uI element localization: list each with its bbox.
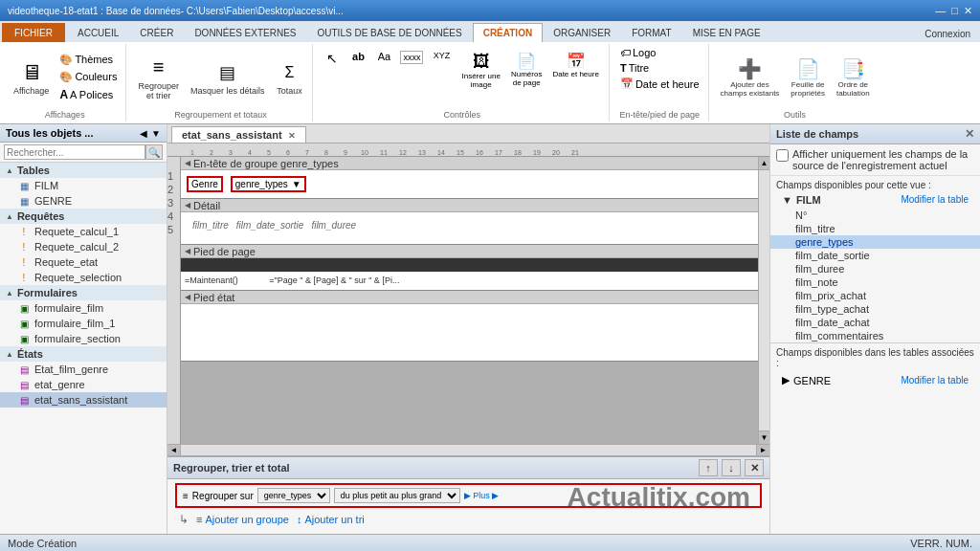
field-film-titre[interactable]: film_titre [770,222,980,235]
film-tree-parent[interactable]: ▼ FILM [776,192,827,207]
query-requete-selection[interactable]: ! Requete_selection [0,270,167,285]
report-etat-film-genre[interactable]: ▤ Etat_film_genre [0,362,167,377]
section-requetes[interactable]: ▲ Requêtes [0,209,167,224]
report-etat-sans-assistant[interactable]: ▤ etat_sans_assistant [0,392,167,408]
scroll-track-v[interactable] [759,170,769,430]
field-film-commentaires[interactable]: film_commentaires [770,329,980,342]
add-group-link[interactable]: ≡ Ajouter un groupe [196,514,289,525]
genre-combo-box[interactable]: genre_types ▼ [231,176,306,192]
tab-accueil[interactable]: ACCUEIL [67,23,129,42]
field-genre-types[interactable]: genre_types [770,235,980,249]
scroll-up-btn[interactable]: ▲ [759,157,769,170]
form-formulaire-film[interactable]: ▣ formulaire_film [0,300,167,316]
tab-organiser[interactable]: ORGANISER [543,23,621,42]
btn-datetime[interactable]: 📅 Date et heure [548,50,602,80]
genre-expand[interactable]: ▶ GENRE [776,372,836,388]
btn-ajouter[interactable]: ➕ Ajouter deschamps existants [717,55,784,99]
group-order-select[interactable]: du plus petit au plus grand [334,488,460,503]
btn-affichage[interactable]: 🖥 Affichage [10,57,53,98]
genre-label-box[interactable]: Genre [187,176,223,192]
btn-polices[interactable]: A A Polices [56,87,120,102]
filter-checkbox[interactable] [776,149,789,162]
query-requete-etat[interactable]: ! Requete_etat [0,254,167,270]
btn-themes[interactable]: 🎨 Thèmes [56,53,120,67]
group-field-select[interactable]: genre_types [257,488,330,503]
btn-regrouper[interactable]: ≡ Regrouperet trier [134,53,183,102]
tab-format[interactable]: FORMAT [621,23,681,42]
btn-aa[interactable]: Aa [372,50,395,63]
grouping-close-btn[interactable]: ✕ [745,459,764,476]
scroll-down-btn[interactable]: ▼ [759,430,769,444]
ruler-tick-3: 4 [240,149,259,156]
btn-xyz[interactable]: XYZ [428,50,455,61]
header-group-band[interactable]: Genre genre_types ▼ [181,170,758,199]
doc-tab-close[interactable]: ✕ [288,131,296,141]
table-genre[interactable]: ▦ GENRE [0,193,167,209]
btn-logo[interactable]: 🏷 Logo [617,46,658,59]
right-panel-close[interactable]: ✕ [965,127,974,141]
tab-miseenpage[interactable]: MISE EN PAGE [682,23,771,42]
field-film-type-achat[interactable]: film_type_achat [770,302,980,316]
report-etat-genre[interactable]: ▤ etat_genre [0,377,167,392]
field-film-date-achat[interactable]: film_date_achat [770,316,980,329]
section-tables[interactable]: ▲ Tables [0,163,167,178]
btn-couleurs[interactable]: 🎨 Couleurs [56,70,120,84]
tab-creer[interactable]: CRÉER [129,23,184,42]
add-sort-link[interactable]: ↕ Ajouter un tri [297,514,365,525]
modify-table-link[interactable]: Modifier la table [895,192,974,207]
btn-cursor[interactable]: ↖ [321,50,344,67]
field-film-type-achat-label: film_type_achat [795,303,869,315]
btn-numpage[interactable]: 📄 Numérosde page [507,50,546,89]
associated-modify-link[interactable]: Modifier la table [895,373,974,387]
grouping-nav-up[interactable]: ↑ [699,459,718,476]
left-panel-config[interactable]: ▼ [151,128,161,139]
tab-fichier[interactable]: FICHIER [2,23,65,42]
close-btn[interactable]: ✕ [964,5,972,17]
scroll-left-btn[interactable]: ◄ [167,445,181,455]
field-film-note[interactable]: film_note [770,276,980,289]
field-n[interactable]: N° [770,209,980,222]
section-formulaires[interactable]: ▲ Formulaires [0,285,167,300]
search-button[interactable]: 🔍 [145,144,163,160]
canvas-scrollbar-h[interactable]: ◄ ► [167,444,769,455]
btn-totaux[interactable]: Σ Totaux [272,57,306,98]
btn-masquer[interactable]: ▤ Masquer les détails [187,57,269,98]
group-more-link[interactable]: ▶ Plus ▶ [464,491,500,500]
scroll-track-h[interactable] [181,445,756,455]
btn-datetime2[interactable]: 📅 Date et heure [617,77,702,91]
btn-ab[interactable]: ab [346,50,369,63]
scroll-right-btn[interactable]: ► [756,445,769,455]
search-input[interactable] [4,144,145,160]
btn-xxxx[interactable]: xxxx [398,50,425,65]
tab-outils[interactable]: OUTILS DE BASE DE DONNÉES [307,23,473,42]
datetime-label: Date et heure [552,70,598,78]
field-film-prix-achat[interactable]: film_prix_achat [770,289,980,302]
section-etats[interactable]: ▲ États [0,346,167,362]
minimize-btn[interactable]: — [935,5,946,17]
form-formulaire-section[interactable]: ▣ formulaire_section [0,331,167,346]
form-film1-label: formulaire_film_1 [34,318,115,329]
form-formulaire-film1[interactable]: ▣ formulaire_film_1 [0,316,167,331]
btn-image[interactable]: 🖼 Insérer uneimage [457,50,503,91]
doc-tab-etat[interactable]: etat_sans_assistant ✕ [171,126,306,143]
btn-feuille[interactable]: 📄 Feuille depropriétés [787,55,829,99]
detail-band[interactable]: film_titre film_date_sortie film_duree [181,212,758,245]
grouping-nav-down[interactable]: ↓ [722,459,741,476]
maximize-btn[interactable]: □ [951,5,958,17]
field-film-duree[interactable]: film_duree [770,262,980,276]
query-requete-calcul1[interactable]: ! Requete_calcul_1 [0,224,167,239]
left-panel-expand[interactable]: ◀ [140,128,147,139]
btn-titre[interactable]: T Titre [617,61,652,75]
table-film[interactable]: ▦ FILM [0,178,167,193]
field-film-date-sortie[interactable]: film_date_sortie [770,249,980,262]
canvas-scrollbar-v[interactable]: ▲ ▼ [758,157,769,444]
btn-ordre[interactable]: 📑 Ordre detabulation [833,55,874,99]
combo-arrow-icon[interactable]: ▼ [292,179,301,189]
design-canvas[interactable]: 1 2 3 4 5 6 7 8 9 10 11 12 13 14 15 16 1… [167,143,769,455]
query-requete-calcul2[interactable]: ! Requete_calcul_2 [0,239,167,254]
tab-donnees[interactable]: DONNÉES EXTERNES [184,23,306,42]
tab-creation[interactable]: CRÉATION [473,23,543,42]
pied-etat-band[interactable] [181,304,758,362]
right-panel-header: Liste de champs ✕ [770,124,980,144]
pied-band[interactable]: =Maintenant() ="Page " & [Page] & " sur … [181,272,758,291]
